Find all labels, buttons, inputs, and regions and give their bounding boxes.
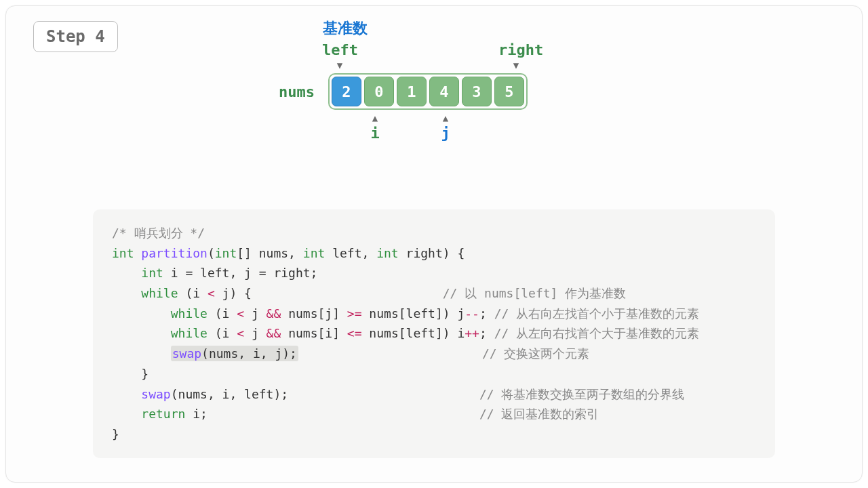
- ptr-col-4: [463, 41, 498, 70]
- code-text: nums[i]: [281, 326, 347, 340]
- code-text: i = left, j = right;: [163, 266, 318, 280]
- code-text: left,: [325, 246, 376, 260]
- kw-while: while: [141, 286, 178, 300]
- op-le: <=: [347, 326, 362, 340]
- ij-col-2: [393, 113, 428, 142]
- code-text: ;: [479, 306, 487, 321]
- code-text: }: [141, 367, 149, 381]
- ptr-col-2: [393, 41, 428, 70]
- array-cell-5: 5: [494, 77, 524, 106]
- code-text: j) {: [215, 286, 252, 300]
- array-row: nums 2 0 1 4 3 5: [279, 73, 534, 110]
- code-text: ;: [479, 326, 487, 340]
- kw-int: int: [303, 246, 326, 260]
- kw-int: int: [141, 266, 163, 280]
- array-cell-4: 3: [462, 77, 492, 106]
- code-pre: /* 哨兵划分 */ int partition(int[] nums, int…: [112, 223, 756, 445]
- slide-frame: Step 4 基准数 left ▼ right ▼ nums: [5, 5, 863, 483]
- op-inc: ++: [465, 326, 479, 340]
- nums-label: nums: [279, 83, 315, 100]
- down-arrow-icon: ▼: [322, 60, 357, 70]
- array-border: 2 0 1 4 3 5: [328, 73, 528, 110]
- code-comment: // 返回基准数的索引: [479, 407, 599, 421]
- code-text: nums[left]) j: [362, 306, 465, 321]
- ij-col-0: [322, 113, 357, 142]
- ij-col-1: ▲ i: [357, 113, 393, 142]
- code-comment: // 从右向左找首个小于基准数的元素: [494, 306, 700, 321]
- code-comment: // 从左向右找首个大于基准数的元素: [494, 326, 700, 340]
- ptr-col-3: [428, 41, 463, 70]
- kw-while: while: [171, 306, 208, 321]
- code-text: (i: [208, 326, 237, 340]
- code-text: (nums, i, j);: [201, 346, 297, 361]
- op-and: &&: [267, 306, 281, 321]
- op-lt: <: [237, 306, 244, 321]
- ptr-col-5: right ▼: [498, 41, 534, 70]
- code-text: right) {: [399, 246, 465, 260]
- op-lt: <: [237, 326, 244, 340]
- array-cell-0: 2: [332, 77, 361, 106]
- code-text: [] nums,: [237, 246, 303, 260]
- array-cell-3: 4: [429, 77, 459, 106]
- ij-row: ▲ i ▲ j: [322, 113, 534, 142]
- highlighted-line: swap(nums, i, j);: [171, 346, 298, 361]
- up-arrow-icon: ▲: [428, 113, 463, 123]
- j-label: j: [428, 125, 463, 142]
- kw-int: int: [215, 246, 237, 260]
- op-ge: >=: [347, 306, 362, 321]
- code-comment: // 交换这两个元素: [482, 346, 590, 361]
- ij-col-4: [463, 113, 498, 142]
- kw-int: int: [112, 246, 134, 260]
- kw-return: return: [141, 407, 185, 421]
- array-cell-1: 0: [364, 77, 394, 106]
- op-and: &&: [267, 326, 281, 340]
- code-text: j: [244, 326, 267, 340]
- op-dec: --: [465, 306, 479, 321]
- fn-swap: swap: [141, 387, 170, 401]
- code-text: (i: [178, 286, 208, 300]
- fn-partition: partition: [141, 246, 208, 260]
- code-text: (i: [208, 306, 237, 321]
- code-text: i;: [185, 407, 208, 421]
- array-cell-2: 1: [397, 77, 427, 106]
- left-label: left: [322, 41, 357, 58]
- diagram-inner: 基准数 left ▼ right ▼ nums 2 0: [334, 18, 534, 142]
- top-pointer-row: left ▼ right ▼: [322, 41, 534, 70]
- code-comment: // 将基准数交换至两子数组的分界线: [479, 387, 685, 401]
- ij-col-3: ▲ j: [428, 113, 463, 142]
- code-comment: // 以 nums[left] 作为基准数: [443, 286, 627, 300]
- code-text: nums[j]: [281, 306, 347, 321]
- ij-col-5: [498, 113, 534, 142]
- down-arrow-icon: ▼: [498, 60, 534, 70]
- i-label: i: [357, 125, 393, 142]
- code-text: }: [112, 427, 119, 441]
- fn-swap: swap: [172, 346, 201, 361]
- code-comment: /* 哨兵划分 */: [112, 226, 205, 240]
- code-text: nums[left]) i: [362, 326, 465, 340]
- kw-int: int: [376, 246, 399, 260]
- up-arrow-icon: ▲: [357, 113, 393, 123]
- ptr-col-1: [357, 41, 393, 70]
- pivot-label: 基准数: [323, 18, 534, 39]
- op-lt: <: [208, 286, 215, 300]
- array-diagram: 基准数 left ▼ right ▼ nums 2 0: [6, 18, 862, 144]
- code-text: j: [244, 306, 267, 321]
- code-text: (nums, i, left);: [171, 387, 288, 401]
- ptr-col-0: left ▼: [322, 41, 357, 70]
- right-label: right: [498, 41, 534, 58]
- code-block: /* 哨兵划分 */ int partition(int[] nums, int…: [93, 209, 775, 458]
- kw-while: while: [171, 326, 208, 340]
